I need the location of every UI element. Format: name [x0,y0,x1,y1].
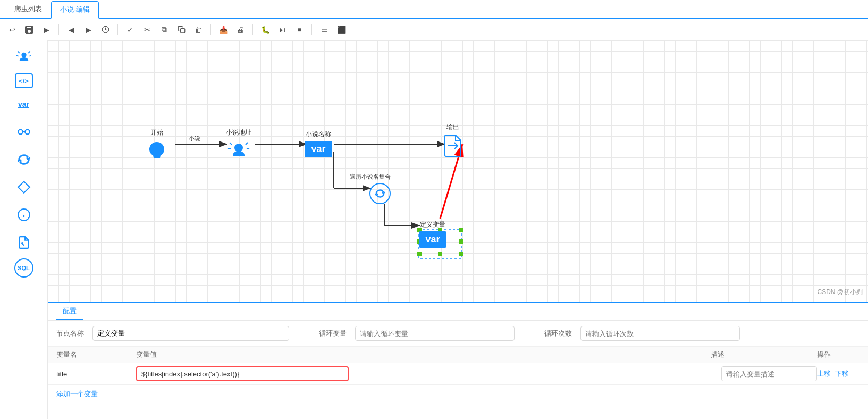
save-button[interactable] [22,23,36,37]
svg-line-4 [28,51,30,53]
svg-rect-29 [459,228,463,232]
print-button[interactable]: 🖨 [233,23,247,37]
novel-name-node[interactable]: 小说名称 var [305,130,332,157]
sidebar-item-spider[interactable] [8,46,40,69]
cut-button[interactable]: ✂ [140,23,154,37]
add-variable-button[interactable]: 添加一个变量 [48,385,868,403]
svg-rect-31 [438,252,442,256]
var-description-input[interactable] [721,366,817,381]
svg-line-38 [228,148,231,149]
sidebar-item-var[interactable]: var [8,93,40,116]
svg-rect-30 [417,252,422,256]
output-node[interactable]: 输出 [443,123,463,159]
svg-rect-1 [180,29,184,33]
back-button[interactable]: ◀ [64,23,78,37]
svg-point-2 [21,53,26,57]
loop-node[interactable] [369,183,391,204]
node-name-input[interactable] [92,326,289,341]
col-var-name-header: 变量名 [56,350,136,359]
sidebar-item-info[interactable] [8,203,40,227]
debug-button[interactable]: 🐛 [258,23,272,37]
define-var-node[interactable]: 定义变量 var [419,220,446,248]
forward-button[interactable]: ▶ [81,23,95,37]
sidebar-item-code[interactable]: </> [15,73,33,88]
svg-line-36 [230,143,232,145]
svg-line-3 [18,51,20,53]
sep5 [311,24,312,35]
svg-rect-32 [459,252,463,256]
sep2 [117,24,118,35]
svg-rect-34 [459,239,463,244]
move-up-button[interactable]: 上移 [817,370,831,378]
svg-point-35 [234,144,243,152]
novel-name-icon: var [305,141,332,157]
table-row: title 上移 下移 [48,363,868,385]
loop-node-icon [369,183,391,204]
tab-novel-edit[interactable]: 小说-编辑 [51,1,99,19]
start-node-icon [146,139,167,162]
start-node-label: 开始 [150,128,163,137]
table-header: 变量名 变量值 描述 操作 [48,347,868,363]
loop-var-label: 循环变量 [319,329,347,338]
toolbar: ↩ ▶ ◀ ▶ ✓ ✂ ⧉ 🗑 📥 🖨 🐛 ⏯ ■ ▭ ⬛ [0,19,868,40]
svg-line-6 [29,56,31,56]
col-description-header: 描述 [711,350,817,359]
svg-point-8 [25,130,30,135]
loop-count-input[interactable] [580,326,740,341]
undo-button[interactable]: ↩ [5,23,19,37]
copy-button[interactable]: ⧉ [157,23,171,37]
node-name-label: 节点名称 [56,329,84,338]
svg-text:小说: 小说 [189,135,200,141]
flow-connections: 小说 遍历小说名集合 [48,40,868,302]
svg-text:遍历小说名集合: 遍历小说名集合 [350,173,391,180]
canvas-area[interactable]: 小说 遍历小说名集合 [48,40,868,302]
sidebar-item-condition[interactable] [8,175,40,199]
config-tab-config[interactable]: 配置 [56,303,83,320]
output-node-icon [443,134,463,159]
sidebar: </> var SQL [0,40,48,419]
tab-crawler-list[interactable]: 爬虫列表 [5,1,51,18]
define-var-icon: var [419,231,446,248]
sep1 [58,24,59,35]
novel-url-label: 小说地址 [226,128,251,137]
layout1-button[interactable]: ▭ [317,23,331,37]
sep3 [210,24,211,35]
output-node-label: 输出 [446,123,459,132]
stop-button[interactable]: ■ [292,23,306,37]
sep4 [252,24,253,35]
right-area: 小说 遍历小说名集合 [48,40,868,419]
var-name-cell: title [56,370,136,378]
svg-point-7 [18,130,23,135]
var-description-cell [721,366,817,381]
col-var-value-header: 变量值 [136,350,711,359]
sidebar-item-loop[interactable] [8,148,40,171]
footer-note: CSDN @初小刿 [817,288,863,297]
step-button[interactable]: ⏯ [275,23,289,37]
novel-name-label: 小说名称 [306,130,331,139]
layout2-button[interactable]: ⬛ [334,23,348,37]
run-button[interactable]: ▶ [39,23,53,37]
svg-line-5 [16,56,19,56]
define-var-label: 定义变量 [420,220,445,229]
import-button[interactable]: 📥 [216,23,230,37]
var-value-input[interactable] [136,366,349,381]
var-operations-cell: 上移 下移 [817,369,859,379]
main-layout: </> var SQL [0,40,868,419]
sidebar-item-file[interactable] [8,231,40,254]
check-button[interactable]: ✓ [123,23,137,37]
novel-url-icon [227,139,250,163]
novel-url-node[interactable]: 小说地址 [226,128,251,163]
start-node[interactable]: 开始 [146,128,167,162]
config-tabs: 配置 [48,303,868,321]
col-operation-header: 操作 [817,350,859,359]
sidebar-item-sql[interactable]: SQL [14,258,33,278]
delete-button[interactable]: 🗑 [191,23,205,37]
paste-button[interactable] [174,23,188,37]
history-button[interactable] [98,23,112,37]
tab-bar: 爬虫列表 小说-编辑 [0,0,868,19]
loop-var-input[interactable] [355,326,515,341]
config-row-main: 节点名称 循环变量 循环次数 [48,321,868,347]
sidebar-item-connect[interactable] [8,120,40,144]
svg-line-37 [246,143,248,145]
move-down-button[interactable]: 下移 [835,370,849,378]
